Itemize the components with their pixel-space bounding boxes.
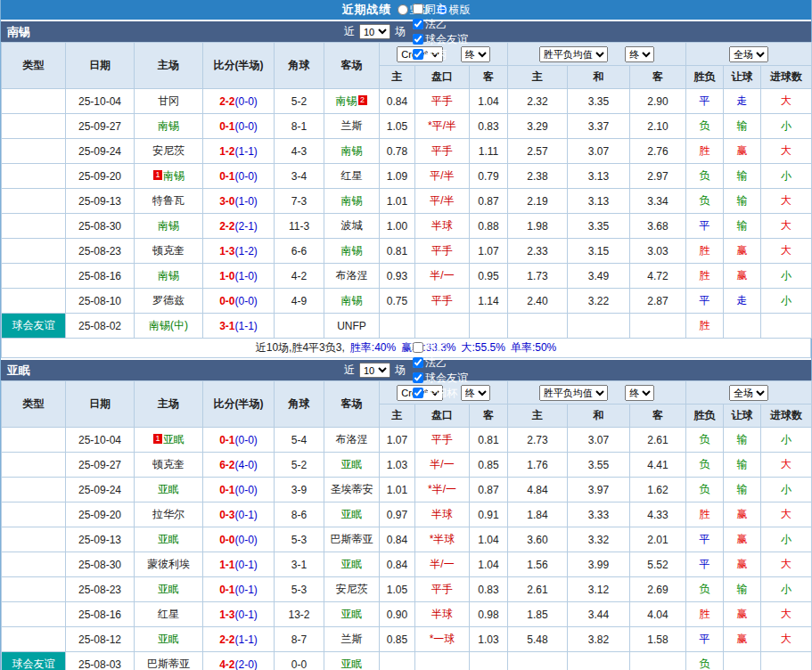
goals-cell: 大 (761, 602, 812, 627)
away-team-name[interactable]: 巴斯蒂亚 (331, 533, 373, 545)
away-team-name[interactable]: 布洛涅 (336, 433, 368, 445)
home-team-name[interactable]: 蒙彼利埃 (147, 558, 190, 570)
home-team-name[interactable]: 拉华尔 (152, 508, 185, 520)
home-team-name[interactable]: 亚眠 (158, 633, 179, 645)
euro-away-odds-cell: 2.01 (630, 527, 686, 552)
away-team-name[interactable]: 布洛涅 (336, 269, 368, 282)
home-team-name[interactable]: 安尼茨 (152, 144, 185, 157)
recent-count-select[interactable]: 10 (359, 363, 390, 378)
asian-away-odds-cell: 1.04 (470, 527, 508, 552)
away-team-name[interactable]: 亚眠 (341, 658, 363, 670)
corners-cell: 13-2 (275, 602, 324, 627)
home-team-name[interactable]: 南锡 (158, 119, 179, 132)
checkbox-icon[interactable] (413, 4, 423, 14)
europe-stage-select[interactable]: 终 (625, 385, 654, 401)
checkbox-icon[interactable] (413, 372, 423, 383)
euro-home-odds-cell: 1.73 (508, 264, 568, 289)
results-table: 类型 日期 主场 比分(半场) 角球 客场 Crow* 终 胜平负均值 终 (1, 380, 812, 670)
euro-away-odds-cell (630, 314, 686, 339)
away-team-name[interactable]: 安尼茨 (336, 583, 368, 595)
filter-checkbox-option[interactable]: 球会友谊 (408, 371, 468, 386)
home-team-name[interactable]: 罗德兹 (152, 294, 185, 306)
home-team-name[interactable]: 南锡(中) (149, 319, 188, 331)
handicap-result-cell: 输 (724, 453, 761, 478)
away-team-name[interactable]: 南锡 (341, 294, 363, 306)
halftime-score: (0-0) (235, 120, 258, 133)
filter-checkbox-option[interactable]: 球会友谊 (408, 32, 468, 47)
match-row: 法乙25-09-201南锡0-1(0-0)3-4红星1.09平/半0.792.3… (2, 164, 812, 189)
away-team-name[interactable]: 亚眠 (341, 458, 363, 470)
home-team-name[interactable]: 亚眠 (163, 433, 185, 445)
team-name: 南锡 (7, 21, 30, 42)
away-team-name[interactable]: 红星 (341, 169, 363, 182)
filter-checkbox-option[interactable]: 同主 (408, 2, 468, 17)
checkbox-icon[interactable] (413, 49, 423, 60)
home-team-name[interactable]: 红星 (158, 608, 179, 620)
corners-cell: 3-4 (275, 164, 324, 189)
europe-avg-select[interactable]: 胜平负均值 (539, 46, 608, 62)
away-team-name[interactable]: 兰斯 (341, 633, 363, 645)
filter-checkbox-option[interactable]: 法国杯 (408, 386, 468, 401)
away-team-name[interactable]: 南锡 (336, 94, 357, 107)
away-team-cell: 南锡 (324, 289, 380, 314)
league-cell: 法乙 (2, 239, 66, 264)
europe-avg-select[interactable]: 胜平负均值 (539, 385, 608, 401)
filter-checkbox-option[interactable]: 法乙 (408, 355, 468, 371)
away-team-cell: 布洛涅 (324, 428, 380, 453)
home-team-name[interactable]: 亚眠 (158, 483, 179, 495)
red-card-badge: 2 (358, 95, 367, 105)
away-team-name[interactable]: 南锡 (341, 194, 363, 207)
europe-stage-select[interactable]: 终 (625, 46, 654, 62)
checkbox-icon[interactable] (413, 357, 423, 368)
euro-away-odds-cell: 2.10 (630, 114, 686, 139)
date-cell: 25-08-23 (66, 577, 135, 602)
score-cell: 1-1(0-1) (203, 552, 275, 577)
home-team-cell: 安尼茨 (135, 139, 203, 164)
fulltime-score: 0-0 (219, 534, 234, 546)
home-team-name[interactable]: 亚眠 (158, 533, 179, 545)
result-cell: 负 (686, 652, 724, 670)
home-team-cell: 1亚眠 (135, 428, 203, 453)
filter-checkbox-option[interactable]: 同客 (408, 340, 468, 355)
scope-select[interactable]: 全场 (729, 385, 768, 401)
halftime-score: (0-1) (235, 609, 258, 621)
away-team-name[interactable]: 兰斯 (341, 119, 363, 132)
away-team-name[interactable]: 圣埃蒂安 (331, 483, 373, 495)
euro-draw-odds-cell: 3.15 (568, 239, 630, 264)
euro-away-odds-cell: 5.52 (630, 552, 686, 577)
checkbox-icon[interactable] (413, 19, 423, 29)
recent-count-select[interactable]: 10 (359, 24, 390, 39)
league-cell: 法乙 (2, 478, 66, 502)
home-team-name[interactable]: 南锡 (163, 169, 185, 182)
away-team-name[interactable]: 亚眠 (341, 558, 363, 570)
away-team-name[interactable]: 波城 (341, 219, 363, 232)
scope-select[interactable]: 全场 (729, 46, 768, 62)
league-cell: 法乙 (2, 164, 66, 189)
away-team-name[interactable]: 南锡 (341, 244, 363, 257)
home-team-name[interactable]: 南锡 (158, 269, 179, 282)
corners-cell: 5-3 (275, 577, 324, 602)
away-team-name[interactable]: 亚眠 (341, 508, 363, 520)
column-header-type: 类型 (2, 381, 66, 428)
home-team-cell: 亚眠 (135, 478, 203, 502)
filter-checkbox-option[interactable]: 法丙 (408, 47, 468, 62)
home-team-name[interactable]: 南锡 (158, 219, 179, 232)
home-team-name[interactable]: 特鲁瓦 (152, 194, 185, 207)
home-team-name[interactable]: 顿克奎 (152, 244, 185, 257)
home-team-name[interactable]: 巴斯蒂亚 (147, 658, 190, 670)
away-team-name[interactable]: 南锡 (341, 144, 363, 157)
home-team-name[interactable]: 顿克奎 (152, 458, 185, 470)
checkbox-icon[interactable] (413, 34, 423, 45)
checkbox-icon[interactable] (413, 388, 423, 398)
checkbox-icon[interactable] (413, 342, 423, 353)
filter-checkbox-option[interactable]: 法乙 (408, 17, 468, 32)
checkbox-label: 法乙 (425, 17, 447, 32)
away-team-name[interactable]: UNFP (337, 320, 366, 332)
score-cell: 1-3(1-2) (203, 239, 275, 264)
away-team-name[interactable]: 亚眠 (341, 608, 363, 620)
handicap-cell: 半球 (415, 602, 470, 627)
column-header-asian-home: 主 (380, 66, 415, 89)
home-team-name[interactable]: 亚眠 (158, 583, 179, 595)
date-cell: 25-08-16 (66, 602, 135, 627)
home-team-name[interactable]: 甘冈 (158, 94, 179, 107)
